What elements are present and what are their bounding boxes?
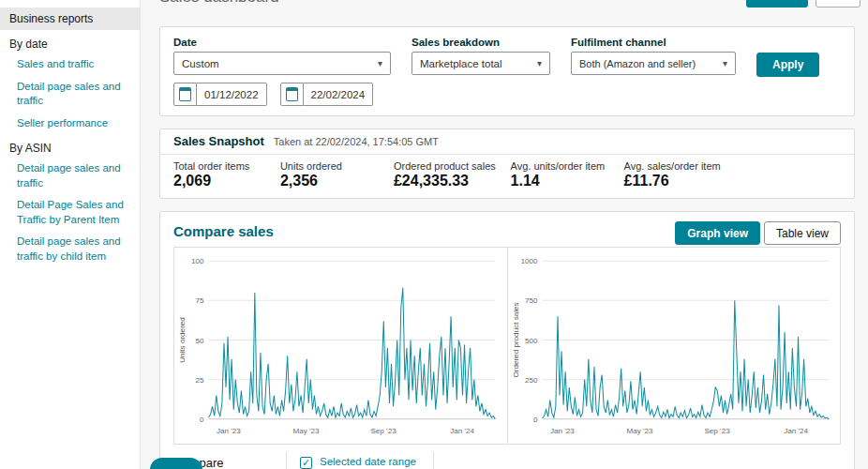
sidebar-item-detail-page-sales-traffic-parent[interactable]: Detail Page Sales and Traffic by Parent … <box>0 194 140 231</box>
sales-breakdown-select[interactable]: Marketplace total ▾ <box>412 52 550 75</box>
clipped-bottom-button[interactable] <box>150 458 202 469</box>
svg-text:0: 0 <box>532 416 537 424</box>
charts-container: 0255075100Jan '23May '23Sep '23Jan '24Un… <box>173 247 841 445</box>
svg-text:Jan '23: Jan '23 <box>217 427 241 435</box>
ordered-product-sales-chart: 02505007501000Jan '23May '23Sep '23Jan '… <box>510 251 839 440</box>
date-to-input[interactable]: 22/02/2024 <box>280 83 374 106</box>
svg-text:50: 50 <box>195 337 204 345</box>
selected-date-range-checkbox[interactable]: ✓ <box>300 457 312 469</box>
svg-text:Sep '23: Sep '23 <box>704 427 730 435</box>
filters-card: Date Custom ▾ 01/12/2022 22/02/2024 <box>159 26 855 116</box>
compare-sales-card: Compare sales Graph view Table view 0255… <box>159 211 855 469</box>
svg-text:1000: 1000 <box>520 257 538 265</box>
svg-text:May '23: May '23 <box>292 427 320 435</box>
sidebar: Business reports By date Sales and traff… <box>0 0 141 469</box>
svg-text:750: 750 <box>524 296 537 305</box>
svg-text:75: 75 <box>195 296 204 305</box>
calendar-icon[interactable] <box>280 83 304 106</box>
sales-snapshot-card: Sales Snapshot Taken at 22/02/2024, 17:5… <box>159 129 855 199</box>
sidebar-section-by-asin: By ASIN <box>0 134 140 158</box>
sales-breakdown-label: Sales breakdown <box>412 37 550 48</box>
sidebar-item-business-reports[interactable]: Business reports <box>0 8 140 30</box>
svg-text:Jan '24: Jan '24 <box>450 427 474 435</box>
snapshot-timestamp: Taken at 22/02/2024, 17:54:05 GMT <box>274 136 439 147</box>
sidebar-item-seller-performance[interactable]: Seller performance <box>0 113 140 135</box>
fulfilment-channel-value: Both (Amazon and seller) <box>579 58 696 69</box>
view-toggle: Graph view Table view <box>675 221 841 245</box>
chevron-down-icon: ▾ <box>723 58 727 68</box>
sales-breakdown-value: Marketplace total <box>420 58 502 69</box>
svg-text:Jan '24: Jan '24 <box>784 427 808 435</box>
metric-total-order-items: Total order items 2,069 <box>173 160 280 189</box>
sales-breakdown-field: Sales breakdown Marketplace total ▾ <box>412 37 550 75</box>
sidebar-item-sales-and-traffic[interactable]: Sales and traffic <box>0 53 140 76</box>
date-label: Date <box>173 37 391 48</box>
svg-text:500: 500 <box>524 337 537 345</box>
svg-text:0: 0 <box>200 416 204 424</box>
main-content: Sales dashboard Date Custom ▾ 01/12/2022 <box>141 0 868 469</box>
ordered-product-sales-chart-panel: 02505007501000Jan '23May '23Sep '23Jan '… <box>507 248 841 444</box>
svg-text:250: 250 <box>524 376 537 385</box>
clipped-secondary-button[interactable] <box>816 0 861 8</box>
date-range-value: Custom <box>182 58 219 69</box>
page-title-clipped: Sales dashboard <box>159 0 279 7</box>
sidebar-item-detail-page-sales-traffic-asin[interactable]: Detail page sales and traffic <box>0 158 140 194</box>
metric-avg-sales-order-item: Avg. sales/order item £11.76 <box>624 160 841 189</box>
sidebar-section-by-date: By date <box>0 30 140 53</box>
selected-date-range-legend: ✓ Selected date range 2,356 Units £24,33… <box>286 452 434 469</box>
svg-text:Jan '23: Jan '23 <box>549 427 574 435</box>
chevron-down-icon: ▾ <box>378 58 382 68</box>
svg-text:Units ordered: Units ordered <box>178 317 187 363</box>
svg-text:25: 25 <box>195 376 204 385</box>
svg-text:Sep '23: Sep '23 <box>370 427 397 435</box>
svg-text:Ordered product sales: Ordered product sales <box>512 302 520 377</box>
date-inputs-row: 01/12/2022 22/02/2024 <box>173 83 391 106</box>
fulfilment-channel-field: Fulfilment channel Both (Amazon and sell… <box>571 37 736 75</box>
calendar-icon[interactable] <box>173 83 197 106</box>
units-ordered-chart: 0255075100Jan '23May '23Sep '23Jan '24Un… <box>176 251 505 440</box>
fulfilment-channel-select[interactable]: Both (Amazon and seller) ▾ <box>571 52 736 75</box>
table-view-button[interactable]: Table view <box>764 221 841 245</box>
svg-text:100: 100 <box>191 257 204 265</box>
chevron-down-icon: ▾ <box>537 58 542 68</box>
date-from-value[interactable]: 01/12/2022 <box>197 83 267 106</box>
units-ordered-chart-panel: 0255075100Jan '23May '23Sep '23Jan '24Un… <box>174 248 507 444</box>
date-from-input[interactable]: 01/12/2022 <box>173 83 267 106</box>
metric-avg-units-order-item: Avg. units/order item 1.14 <box>511 160 624 189</box>
metric-units-ordered: Units ordered 2,356 <box>280 160 394 189</box>
sidebar-item-detail-page-sales-traffic-date[interactable]: Detail page sales and traffic <box>0 76 140 113</box>
apply-button[interactable]: Apply <box>756 53 819 77</box>
graph-view-button[interactable]: Graph view <box>675 221 760 245</box>
compare-legend-row: Compare What's this ✓ Selected date rang… <box>173 452 841 469</box>
fulfilment-channel-label: Fulfilment channel <box>571 37 736 48</box>
legend-series-name: Selected date range <box>320 456 416 467</box>
date-range-select[interactable]: Custom ▾ <box>173 52 391 75</box>
date-field: Date Custom ▾ 01/12/2022 22/02/2024 <box>173 37 391 106</box>
svg-text:May '23: May '23 <box>626 427 653 435</box>
sidebar-item-detail-page-sales-traffic-child[interactable]: Detail page sales and traffic by child i… <box>0 231 140 267</box>
page: Business reports By date Sales and traff… <box>0 0 868 469</box>
snapshot-metrics: Total order items 2,069 Units ordered 2,… <box>160 155 854 198</box>
date-to-value[interactable]: 22/02/2024 <box>304 83 374 106</box>
metric-ordered-product-sales: Ordered product sales £24,335.33 <box>394 160 511 189</box>
clipped-primary-button[interactable] <box>746 0 808 8</box>
sales-snapshot-title: Sales Snapshot <box>173 134 264 148</box>
